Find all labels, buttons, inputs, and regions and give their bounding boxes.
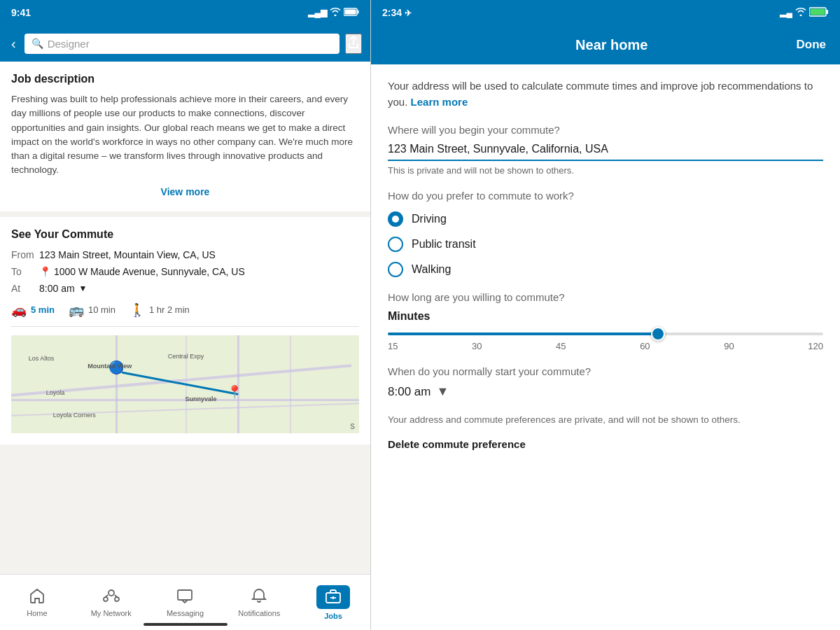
notifications-icon [251, 588, 267, 606]
svg-line-3 [122, 372, 237, 394]
location-icon: ✈ [405, 8, 412, 18]
map-label-loyola-corners: Loyola Corners [53, 412, 96, 419]
transit-option[interactable]: Public transit [388, 237, 823, 252]
back-button[interactable]: ‹ [8, 33, 19, 55]
duration-question: How long are you willing to commute? [388, 291, 823, 303]
car-icon: 🚗 [11, 302, 27, 318]
search-input-wrap[interactable]: 🔍 Designer [24, 34, 340, 54]
slider-label-15: 15 [388, 341, 398, 351]
status-bar-right: 2:34 ✈ ▂▄ [371, 0, 840, 25]
battery-icon-left [344, 8, 359, 18]
home-indicator [144, 623, 227, 626]
status-bar-left: 9:41 ▂▄▆ [0, 0, 370, 25]
start-time-select[interactable]: 8:00 am ▼ [388, 384, 823, 399]
done-button[interactable]: Done [797, 38, 827, 52]
svg-line-8 [115, 595, 117, 597]
notifications-label: Notifications [238, 609, 280, 617]
address-info-text: Your address will be used to calculate c… [388, 78, 823, 110]
at-label: At [11, 283, 39, 294]
map-label-central-expy: Central Expy [168, 353, 204, 360]
to-value: 📍 1000 W Maude Avenue, Sunnyvale, CA, US [39, 266, 245, 277]
svg-rect-2 [345, 9, 356, 14]
home-label: Home [27, 609, 47, 617]
slider-thumb[interactable] [651, 327, 665, 341]
slider-label-60: 60 [640, 341, 650, 351]
driving-option[interactable]: Driving [388, 211, 823, 227]
commute-mode-options: Driving Public transit Walking [388, 211, 823, 277]
commute-to-row: To 📍 1000 W Maude Avenue, Sunnyvale, CA,… [11, 266, 359, 277]
map-label-los-altos: Los Altos [29, 355, 55, 362]
transport-options: 🚗 5 min 🚌 10 min 🚶 1 hr 2 min [11, 302, 359, 327]
privacy-note: Your address and commute preferences are… [388, 413, 823, 427]
bus-option: 🚌 10 min [69, 302, 115, 318]
left-phone: 9:41 ▂▄▆ ‹ 🔍 Designer [0, 0, 371, 630]
nav-item-jobs[interactable]: Jobs [296, 580, 370, 626]
job-desc-title: Job description [11, 73, 359, 85]
commute-pref-question: How do you prefer to commute to work? [388, 190, 823, 202]
walking-option[interactable]: Walking [388, 262, 823, 277]
car-time: 5 min [31, 304, 55, 315]
time-display: 8:00 am [39, 283, 75, 294]
nav-item-home[interactable]: Home [0, 582, 74, 623]
from-label: From [11, 249, 39, 260]
map-pin-destination: 📍 [227, 384, 242, 400]
job-description-card: Job description Freshing was built to he… [0, 62, 370, 211]
nav-item-notifications[interactable]: Notifications [222, 582, 296, 623]
view-more-button[interactable]: View more [11, 178, 359, 200]
jobs-active-bg [316, 585, 350, 609]
start-time-question: When do you normally start your commute? [388, 365, 823, 377]
messaging-label: Messaging [167, 609, 204, 617]
map-watermark: S [350, 423, 355, 430]
right-header: Near home Done [371, 25, 840, 64]
slider-track [388, 332, 823, 335]
right-panel: 2:34 ✈ ▂▄ Near home Done [371, 0, 840, 630]
slider-label-30: 30 [472, 341, 482, 351]
commute-title: See Your Commute [11, 228, 359, 241]
time-select[interactable]: 8:00 am ▼ [39, 283, 87, 294]
walking-radio [388, 262, 403, 277]
walk-icon: 🚶 [130, 302, 145, 318]
nav-item-network[interactable]: My Network [74, 582, 148, 623]
svg-rect-15 [811, 8, 825, 15]
map-label-loyola: Loyola [46, 389, 65, 396]
map-view: 🔵 📍 Los Altos Mountain View Loyola Loyol… [11, 335, 359, 433]
time-right: 2:34 ✈ [382, 7, 412, 18]
slider-fill [388, 332, 658, 335]
messaging-icon [176, 588, 193, 606]
private-note: This is private and will not be shown to… [388, 165, 823, 176]
delete-preference-button[interactable]: Delete commute preference [388, 438, 823, 450]
learn-more-link[interactable]: Learn more [411, 96, 468, 108]
svg-point-5 [104, 597, 108, 601]
svg-rect-14 [827, 10, 829, 14]
dropdown-arrow-icon: ▼ [79, 284, 88, 293]
svg-line-7 [106, 595, 108, 597]
commute-from-row: From 123 Main Street, Mountain View, CA,… [11, 249, 359, 260]
jobs-label: Jobs [324, 612, 342, 620]
job-desc-body: Freshing was built to help professionals… [11, 92, 359, 178]
share-button[interactable] [345, 34, 362, 54]
network-icon [103, 588, 120, 606]
commute-at-row: At 8:00 am ▼ [11, 283, 359, 294]
slider-labels: 15 30 45 60 90 120 [388, 341, 823, 351]
commute-begin-question: Where will you begin your commute? [388, 124, 823, 136]
wifi-icon-right [795, 8, 806, 18]
content-scroll: Job description Freshing was built to he… [0, 62, 370, 574]
radio-dot-driving [392, 216, 399, 223]
driving-label: Driving [412, 213, 447, 225]
slider-label-120: 120 [808, 341, 823, 351]
walking-label: Walking [412, 263, 451, 276]
time-dropdown-icon: ▼ [436, 384, 449, 399]
home-icon [29, 588, 46, 606]
address-value: 123 Main Street, Sunnyvale, California, … [388, 143, 823, 155]
start-time-value: 8:00 am [388, 385, 430, 399]
network-label: My Network [91, 609, 132, 617]
search-placeholder: Designer [48, 38, 90, 50]
signal-icon-left: ▂▄▆ [308, 8, 327, 18]
address-input-field[interactable]: 123 Main Street, Sunnyvale, California, … [388, 143, 823, 161]
nav-item-messaging[interactable]: Messaging [148, 582, 223, 623]
svg-point-6 [115, 597, 119, 601]
svg-point-4 [108, 590, 114, 596]
transit-radio [388, 237, 403, 252]
right-content: Your address will be used to calculate c… [371, 64, 840, 630]
signal-icon-right: ▂▄ [780, 8, 792, 18]
